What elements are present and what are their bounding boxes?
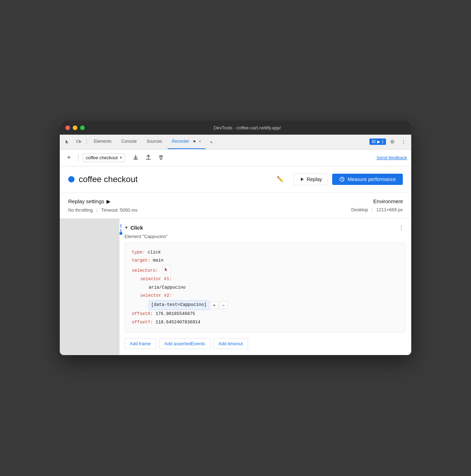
add-recording-button[interactable]: + bbox=[64, 153, 74, 162]
environment-details: Desktop | 1211×669 px bbox=[351, 207, 403, 212]
target-val: main bbox=[153, 257, 163, 265]
type-val: click bbox=[148, 249, 161, 257]
window-title: DevTools - coffee-cart.netlify.app/ bbox=[89, 125, 406, 130]
settings-details: No throttling | Timeout: 5000 ms bbox=[68, 207, 137, 213]
offsetX-val: 176.90185546875 bbox=[156, 310, 195, 319]
timeout-label: Timeout: 5000 ms bbox=[101, 207, 137, 213]
step-thumbnail bbox=[60, 219, 120, 355]
minimize-button[interactable] bbox=[73, 126, 77, 130]
step-body: ▼ Click ⋮ Element "Cappucino" type: clic… bbox=[124, 223, 406, 349]
toolbar-separator-1 bbox=[86, 138, 87, 145]
add-asserted-events-button[interactable]: Add assertedEvents bbox=[159, 338, 210, 349]
selector2-key: selector #2: bbox=[140, 292, 172, 300]
tab-sources[interactable]: Sources bbox=[142, 134, 166, 149]
env-size-label: 1211×669 px bbox=[376, 207, 403, 212]
tab-recorder[interactable]: Recorder ✕ bbox=[168, 134, 206, 149]
add-timeout-button[interactable]: Add timeout bbox=[213, 338, 248, 349]
selector1-val: aria/Cappucino bbox=[149, 284, 186, 292]
cursor-icon[interactable] bbox=[63, 137, 72, 147]
more-options-icon[interactable]: ⋮ bbox=[399, 137, 408, 147]
recording-name-label: coffee checkout bbox=[86, 155, 118, 160]
step-type-label: Click bbox=[130, 225, 397, 231]
tab-console[interactable]: Console bbox=[117, 134, 141, 149]
title-bar: DevTools - coffee-cart.netlify.app/ bbox=[60, 121, 411, 135]
recording-header: coffee checkout ✏️ Replay Measure perfor… bbox=[60, 166, 411, 193]
svg-rect-1 bbox=[80, 141, 81, 142]
type-key: type: bbox=[132, 249, 145, 257]
pick-element-button[interactable] bbox=[162, 265, 171, 274]
selector2-val: [data-test=Cappucino] bbox=[149, 300, 209, 310]
recorder-bar-left: + coffee checkout ▾ bbox=[64, 153, 166, 162]
step-element-label: Element "Cappucino" bbox=[124, 234, 406, 239]
add-frame-button[interactable]: Add frame bbox=[124, 338, 156, 349]
recorder-separator bbox=[78, 154, 78, 161]
more-tabs[interactable]: » bbox=[207, 139, 215, 144]
devtools-toolbar: Elements Console Sources Recorder ✕ » bbox=[60, 135, 411, 149]
close-button[interactable] bbox=[65, 126, 70, 130]
recording-title: coffee checkout bbox=[79, 174, 272, 184]
svg-point-2 bbox=[193, 140, 195, 142]
selector-remove-button[interactable]: − bbox=[220, 301, 227, 309]
action-buttons: Add frame Add assertedEvents Add timeout bbox=[124, 338, 406, 349]
target-key: target: bbox=[132, 257, 150, 265]
recorder-actions bbox=[131, 153, 166, 162]
toolbar-right: ▶ 1 ⚙ ⋮ bbox=[369, 137, 408, 147]
export-button[interactable] bbox=[131, 153, 141, 162]
expand-icon[interactable]: ▼ bbox=[124, 225, 128, 230]
settings-right: Environment Desktop | 1211×669 px bbox=[351, 198, 403, 212]
devtools-window: DevTools - coffee-cart.netlify.app/ Elem… bbox=[60, 121, 411, 355]
svg-marker-3 bbox=[301, 178, 304, 181]
tab-close-icon[interactable]: ✕ bbox=[198, 139, 201, 144]
settings-icon[interactable]: ⚙ bbox=[387, 137, 397, 147]
delete-button[interactable] bbox=[156, 153, 166, 162]
selector1-key: selector #1: bbox=[140, 275, 172, 284]
tab-elements[interactable]: Elements bbox=[90, 134, 116, 149]
exclamation-icon: ! bbox=[120, 223, 122, 229]
send-feedback-button[interactable]: Send feedback bbox=[376, 155, 407, 160]
svg-rect-0 bbox=[77, 140, 79, 142]
dropdown-arrow-icon: ▾ bbox=[120, 155, 122, 160]
throttling-label: No throttling bbox=[68, 207, 93, 213]
env-type-label: Desktop bbox=[351, 207, 368, 212]
offsetX-key: offsetX: bbox=[132, 310, 153, 319]
recording-name-select[interactable]: coffee checkout ▾ bbox=[83, 153, 125, 162]
traffic-lights bbox=[65, 126, 85, 130]
measure-performance-button[interactable]: Measure performance bbox=[332, 174, 403, 185]
replay-settings-title[interactable]: Replay settings ▶ bbox=[68, 198, 137, 205]
badge[interactable]: ▶ 1 bbox=[369, 139, 386, 145]
step-more-button[interactable]: ⋮ bbox=[397, 223, 406, 232]
import-button[interactable] bbox=[143, 153, 153, 162]
code-block: type: click target: main selectors: bbox=[124, 243, 406, 333]
replay-button[interactable]: Replay bbox=[293, 173, 328, 185]
settings-bar: Replay settings ▶ No throttling | Timeou… bbox=[60, 193, 411, 219]
connector-line bbox=[121, 229, 121, 232]
maximize-button[interactable] bbox=[80, 126, 85, 130]
settings-left: Replay settings ▶ No throttling | Timeou… bbox=[68, 198, 137, 213]
selector-add-button[interactable]: + bbox=[211, 301, 218, 309]
device-icon[interactable] bbox=[74, 137, 84, 147]
offsetY-val: 118.6452407836914 bbox=[156, 319, 201, 327]
offsetY-key: offsetY: bbox=[132, 319, 153, 327]
step-title-row: ▼ Click ⋮ bbox=[124, 223, 406, 232]
recording-dot bbox=[68, 176, 75, 182]
selectors-key: selectors: bbox=[132, 267, 158, 275]
environment-title: Environment bbox=[351, 198, 403, 204]
recorder-bar: + coffee checkout ▾ bbox=[60, 149, 411, 166]
step-right-panel: ! ▼ Click ⋮ Element "Cappucino" type: bbox=[120, 219, 411, 355]
step-dot-icon bbox=[120, 232, 122, 235]
step-row: ! ▼ Click ⋮ Element "Cappucino" type: bbox=[60, 219, 411, 355]
edit-icon[interactable]: ✏️ bbox=[277, 176, 284, 182]
step-connector-area: ! bbox=[120, 223, 122, 235]
